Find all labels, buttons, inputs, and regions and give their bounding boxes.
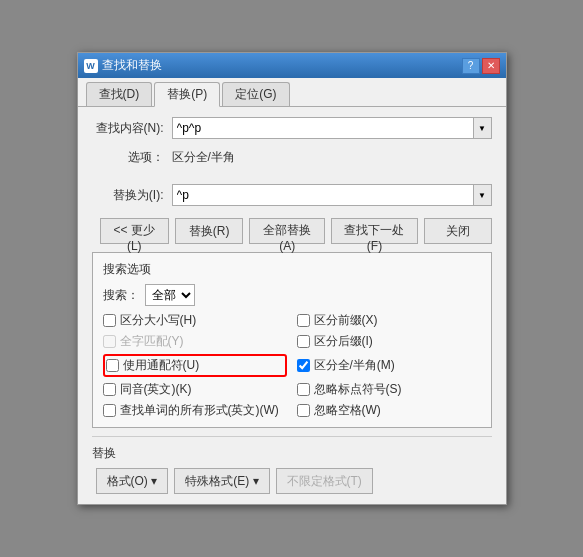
- find-dropdown-btn[interactable]: ▼: [474, 117, 492, 139]
- title-bar-controls: ? ✕: [462, 58, 500, 74]
- tab-goto[interactable]: 定位(G): [222, 82, 289, 106]
- find-next-button[interactable]: 查找下一处(F): [331, 218, 417, 244]
- checkbox-ignore-space-label: 忽略空格(W): [314, 402, 381, 419]
- checkbox-whole-word: 全字匹配(Y): [103, 333, 287, 350]
- checkbox-ignore-punct-input[interactable]: [297, 383, 310, 396]
- checkbox-whole-word-input[interactable]: [103, 335, 116, 348]
- close-button[interactable]: 关闭: [424, 218, 492, 244]
- checkbox-ignore-space: 忽略空格(W): [297, 402, 481, 419]
- checkbox-wildcard-label: 使用通配符(U): [123, 357, 200, 374]
- find-label: 查找内容(N):: [92, 120, 172, 137]
- options-value: 区分全/半角: [172, 147, 235, 168]
- replace-btn-row: 格式(O) ▾ 特殊格式(E) ▾ 不限定格式(T): [92, 468, 492, 494]
- checkbox-fullwidth: 区分全/半角(M): [297, 354, 481, 377]
- tab-bar: 查找(D) 替换(P) 定位(G): [78, 78, 506, 107]
- replace-content-row: 替换为(I): ▼: [92, 184, 492, 206]
- replace-input-wrap: ▼: [172, 184, 492, 206]
- checkbox-prefix-input[interactable]: [297, 314, 310, 327]
- format-button[interactable]: 格式(O) ▾: [96, 468, 169, 494]
- replace-label: 替换为(I):: [92, 187, 172, 204]
- checkbox-suffix: 区分后缀(I): [297, 333, 481, 350]
- checkbox-all-forms-label: 查找单词的所有形式(英文)(W): [120, 402, 279, 419]
- special-format-button[interactable]: 特殊格式(E) ▾: [174, 468, 269, 494]
- checkbox-fullwidth-label: 区分全/半角(M): [314, 357, 395, 374]
- find-content-row: 查找内容(N): ▼: [92, 117, 492, 139]
- tab-find[interactable]: 查找(D): [86, 82, 153, 106]
- search-type-row: 搜索： 全部: [103, 284, 481, 306]
- checkbox-homophone: 同音(英文)(K): [103, 381, 287, 398]
- replace-button[interactable]: 替换(R): [175, 218, 243, 244]
- checkbox-all-forms: 查找单词的所有形式(英文)(W): [103, 402, 287, 419]
- checkbox-prefix-label: 区分前缀(X): [314, 312, 378, 329]
- checkbox-ignore-punct: 忽略标点符号(S): [297, 381, 481, 398]
- checkbox-homophone-input[interactable]: [103, 383, 116, 396]
- search-select[interactable]: 全部: [145, 284, 195, 306]
- dialog-content: 查找内容(N): ▼ 选项： 区分全/半角 替换为(I): ▼ << 更少(L)…: [78, 107, 506, 504]
- tab-replace[interactable]: 替换(P): [154, 82, 220, 107]
- window-close-button[interactable]: ✕: [482, 58, 500, 74]
- checkbox-case-sensitive-label: 区分大小写(H): [120, 312, 197, 329]
- checkbox-wildcard-input[interactable]: [106, 359, 119, 372]
- replace-input[interactable]: [172, 184, 474, 206]
- help-button[interactable]: ?: [462, 58, 480, 74]
- title-bar: W 查找和替换 ? ✕: [78, 53, 506, 78]
- options-row: 选项： 区分全/半角: [92, 147, 492, 168]
- checkbox-suffix-label: 区分后缀(I): [314, 333, 373, 350]
- options-label: 选项：: [92, 149, 172, 166]
- find-replace-dialog: W 查找和替换 ? ✕ 查找(D) 替换(P) 定位(G) 查找内容(N): ▼…: [77, 52, 507, 505]
- checkbox-case-sensitive: 区分大小写(H): [103, 312, 287, 329]
- replace-dropdown-btn[interactable]: ▼: [474, 184, 492, 206]
- search-options-section: 搜索选项 搜索： 全部 区分大小写(H) 区分前缀(X): [92, 252, 492, 428]
- checkbox-all-forms-input[interactable]: [103, 404, 116, 417]
- checkbox-ignore-punct-label: 忽略标点符号(S): [314, 381, 402, 398]
- checkbox-prefix: 区分前缀(X): [297, 312, 481, 329]
- checkbox-whole-word-label: 全字匹配(Y): [120, 333, 184, 350]
- dialog-title: 查找和替换: [102, 57, 162, 74]
- replace-format-section: 替换 格式(O) ▾ 特殊格式(E) ▾ 不限定格式(T): [92, 436, 492, 494]
- title-bar-left: W 查找和替换: [84, 57, 162, 74]
- app-icon: W: [84, 59, 98, 73]
- checkbox-case-sensitive-input[interactable]: [103, 314, 116, 327]
- checkbox-fullwidth-input[interactable]: [297, 359, 310, 372]
- find-input-wrap: ▼: [172, 117, 492, 139]
- find-input[interactable]: [172, 117, 474, 139]
- checkbox-ignore-space-input[interactable]: [297, 404, 310, 417]
- search-label: 搜索：: [103, 287, 139, 304]
- checkbox-homophone-label: 同音(英文)(K): [120, 381, 192, 398]
- main-button-row: << 更少(L) 替换(R) 全部替换(A) 查找下一处(F) 关闭: [92, 218, 492, 244]
- less-button[interactable]: << 更少(L): [100, 218, 170, 244]
- checkbox-wildcard: 使用通配符(U): [103, 354, 287, 377]
- search-options-title: 搜索选项: [103, 261, 481, 278]
- no-format-button[interactable]: 不限定格式(T): [276, 468, 373, 494]
- checkbox-suffix-input[interactable]: [297, 335, 310, 348]
- replace-all-button[interactable]: 全部替换(A): [249, 218, 325, 244]
- checkbox-grid: 区分大小写(H) 区分前缀(X) 全字匹配(Y) 区分后缀(I): [103, 312, 481, 419]
- replace-section-title: 替换: [92, 445, 492, 462]
